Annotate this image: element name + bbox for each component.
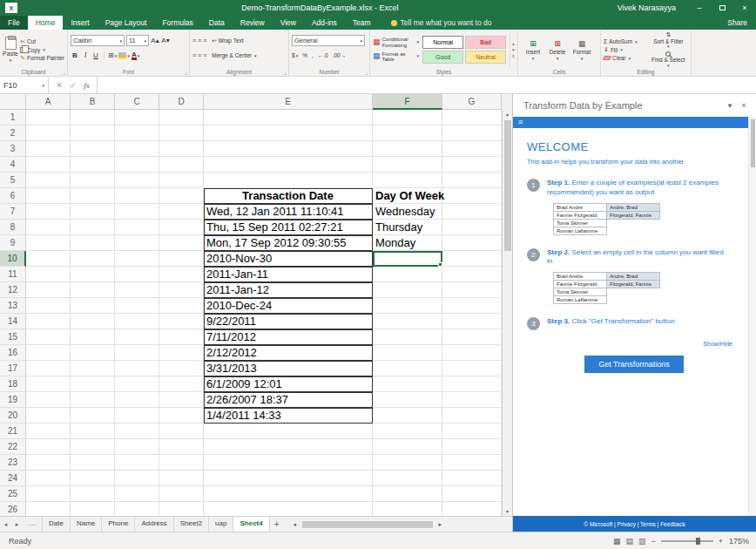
row-header-12[interactable]: 12 bbox=[0, 282, 26, 298]
cell-B14[interactable] bbox=[71, 314, 115, 329]
find-select-button[interactable]: Find & Select▾ bbox=[651, 51, 685, 68]
cell-C6[interactable] bbox=[115, 188, 159, 204]
align-top-icon[interactable]: ≡ bbox=[192, 37, 196, 44]
cell-F1[interactable] bbox=[373, 110, 442, 125]
cell-C18[interactable] bbox=[115, 376, 159, 392]
cell-F7[interactable]: Wednesday bbox=[373, 204, 442, 220]
zoom-slider-thumb[interactable] bbox=[696, 538, 700, 545]
cell-D8[interactable] bbox=[159, 220, 204, 235]
cell-C5[interactable] bbox=[115, 173, 159, 188]
align-left-icon[interactable]: ≡ bbox=[192, 52, 196, 58]
cell-A11[interactable] bbox=[26, 267, 71, 282]
cell-style-bad[interactable]: Bad bbox=[465, 36, 506, 49]
cell-G24[interactable] bbox=[442, 471, 502, 486]
cell-D24[interactable] bbox=[159, 471, 204, 486]
font-dialog-launcher[interactable]: ⌟ bbox=[185, 69, 187, 75]
row-header-17[interactable]: 17 bbox=[0, 361, 26, 376]
sheet-tab-uap[interactable]: uap bbox=[209, 517, 233, 532]
cell-C8[interactable] bbox=[115, 220, 159, 235]
ribbon-tab-home[interactable]: Home bbox=[28, 16, 64, 30]
cell-F13[interactable] bbox=[373, 298, 442, 314]
cell-C10[interactable] bbox=[115, 251, 159, 267]
shrink-font-button[interactable]: A▾ bbox=[161, 36, 170, 46]
cell-F4[interactable] bbox=[373, 157, 442, 173]
cell-G26[interactable] bbox=[442, 502, 502, 516]
cell-E15[interactable]: 7/11/2012 bbox=[204, 329, 373, 345]
italic-button[interactable]: I bbox=[81, 51, 90, 61]
ribbon-tab-view[interactable]: View bbox=[273, 16, 304, 30]
cut-button[interactable]: ✂Cut bbox=[20, 38, 64, 45]
cell-E5[interactable] bbox=[204, 173, 373, 188]
footer-link-feedback[interactable]: Feedback bbox=[660, 521, 685, 527]
cell-D21[interactable] bbox=[159, 424, 204, 439]
page-layout-view-icon[interactable]: ▤ bbox=[625, 537, 633, 546]
cell-D7[interactable] bbox=[159, 204, 204, 220]
font-color-button[interactable]: A▾ bbox=[132, 51, 140, 61]
cell-D3[interactable] bbox=[159, 141, 204, 157]
hamburger-menu-icon[interactable]: ≡ bbox=[518, 117, 523, 128]
cell-E25[interactable] bbox=[204, 486, 373, 502]
cell-G25[interactable] bbox=[442, 486, 502, 502]
cell-D26[interactable] bbox=[159, 502, 204, 516]
column-header-d[interactable]: D bbox=[159, 94, 204, 110]
cell-D13[interactable] bbox=[159, 298, 204, 314]
row-header-11[interactable]: 11 bbox=[0, 267, 26, 282]
cell-B25[interactable] bbox=[71, 486, 115, 502]
align-right-icon[interactable]: ≡ bbox=[203, 52, 206, 58]
cell-C2[interactable] bbox=[115, 125, 159, 141]
cell-A10[interactable] bbox=[26, 251, 71, 267]
footer-link-microsoft[interactable]: © Microsoft bbox=[584, 521, 612, 527]
cell-B17[interactable] bbox=[71, 361, 115, 376]
cell-E22[interactable] bbox=[204, 439, 373, 455]
cell-C25[interactable] bbox=[115, 486, 159, 502]
row-header-22[interactable]: 22 bbox=[0, 439, 26, 455]
cell-G18[interactable] bbox=[442, 376, 502, 392]
cell-G3[interactable] bbox=[442, 141, 502, 157]
vertical-scroll-thumb[interactable] bbox=[504, 120, 511, 251]
sheet-tab-phone[interactable]: Phone bbox=[102, 517, 135, 532]
select-all-corner[interactable] bbox=[0, 94, 26, 110]
tell-me-box[interactable]: Tell me what you want to do bbox=[391, 16, 492, 30]
cell-G22[interactable] bbox=[442, 439, 502, 455]
cell-D20[interactable] bbox=[159, 408, 204, 424]
accounting-format-button[interactable]: $▾ bbox=[292, 52, 298, 58]
pane-scroll-thumb[interactable] bbox=[751, 119, 755, 167]
cell-B22[interactable] bbox=[71, 439, 115, 455]
column-header-c[interactable]: C bbox=[115, 94, 159, 110]
cell-C23[interactable] bbox=[115, 455, 159, 471]
name-box[interactable]: F10▾ bbox=[0, 77, 49, 93]
cell-B7[interactable] bbox=[71, 204, 115, 220]
cell-A18[interactable] bbox=[26, 376, 71, 392]
cell-style-normal[interactable]: Normal bbox=[422, 36, 463, 49]
insert-function-icon[interactable]: fx bbox=[84, 81, 90, 90]
cell-E16[interactable]: 2/12/2012 bbox=[204, 345, 373, 361]
cell-B2[interactable] bbox=[71, 125, 115, 141]
cell-C20[interactable] bbox=[115, 408, 159, 424]
cell-B4[interactable] bbox=[71, 157, 115, 173]
cell-B16[interactable] bbox=[71, 345, 115, 361]
sheet-tab-sheet4[interactable]: Sheet4 bbox=[233, 517, 269, 532]
row-header-6[interactable]: 6 bbox=[0, 188, 26, 204]
cell-A20[interactable] bbox=[26, 408, 71, 424]
cell-E3[interactable] bbox=[204, 141, 373, 157]
cell-C16[interactable] bbox=[115, 345, 159, 361]
cell-C12[interactable] bbox=[115, 282, 159, 298]
cell-D11[interactable] bbox=[159, 267, 204, 282]
cell-F23[interactable] bbox=[373, 455, 442, 471]
cell-F16[interactable] bbox=[373, 345, 442, 361]
cell-F19[interactable] bbox=[373, 392, 442, 408]
cell-F6[interactable]: Day Of Week bbox=[373, 188, 442, 204]
cell-C26[interactable] bbox=[115, 502, 159, 516]
cell-G21[interactable] bbox=[442, 424, 502, 439]
underline-button[interactable]: U bbox=[91, 51, 100, 61]
signed-in-user[interactable]: Vivek Narasayya bbox=[618, 3, 676, 12]
cell-G12[interactable] bbox=[442, 282, 502, 298]
cell-D10[interactable] bbox=[159, 251, 204, 267]
cell-G5[interactable] bbox=[442, 173, 502, 188]
cell-C21[interactable] bbox=[115, 424, 159, 439]
row-header-10[interactable]: 10 bbox=[0, 251, 26, 267]
decrease-decimal-button[interactable]: .00→ bbox=[333, 52, 347, 58]
get-transformations-button[interactable]: Get Transformations bbox=[584, 356, 684, 373]
row-header-20[interactable]: 20 bbox=[0, 408, 26, 424]
cell-E17[interactable]: 3/31/2013 bbox=[204, 361, 373, 376]
